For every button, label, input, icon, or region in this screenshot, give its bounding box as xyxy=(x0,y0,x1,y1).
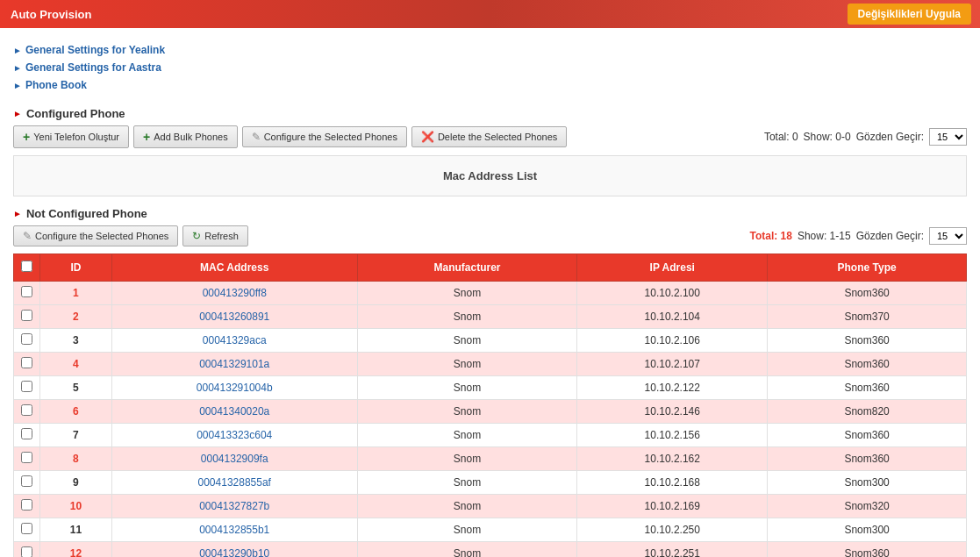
mac-link[interactable]: 00041329aca xyxy=(203,334,267,346)
mac-link[interactable]: 00041327827b xyxy=(199,500,269,512)
row-manufacturer: Snom xyxy=(357,282,577,305)
nav-link-yealink[interactable]: ► General Settings for Yealink xyxy=(13,44,967,56)
not-configured-phone-section-header[interactable]: ► Not Configured Phone xyxy=(13,207,967,220)
row-manufacturer: Snom xyxy=(357,495,577,518)
row-checkbox[interactable] xyxy=(21,428,32,439)
row-checkbox-cell xyxy=(14,495,40,518)
new-phone-button[interactable]: + Yeni Telefon Oluştur xyxy=(13,125,129,148)
chevron-right-icon: ► xyxy=(13,81,22,90)
row-id: 1 xyxy=(40,282,112,305)
save-changes-button[interactable]: Değişiklikleri Uygula xyxy=(848,4,971,25)
mac-link[interactable]: 000413260891 xyxy=(199,311,269,323)
row-ip: 10.10.2.100 xyxy=(577,282,768,305)
mac-link[interactable]: 000413323c604 xyxy=(197,429,272,441)
row-mac: 00041329aca xyxy=(111,329,357,353)
row-phone-type: Snom320 xyxy=(768,495,967,518)
row-mac: 00041329101a xyxy=(111,353,357,376)
row-id: 5 xyxy=(40,376,112,400)
table-header: ID MAC Address Manufacturer IP Adresi Ph… xyxy=(14,254,967,282)
table-row: 10 00041327827b Snom 10.10.2.169 Snom320 xyxy=(14,495,967,518)
mac-link[interactable]: 00041340020a xyxy=(199,405,269,418)
app-header: Auto Provision Değişiklikleri Uygula xyxy=(0,0,980,28)
not-configured-phone-toolbar: ✎ Configure the Selected Phones ↻ Refres… xyxy=(13,225,967,246)
mac-address-list-box: Mac Address List xyxy=(13,155,967,196)
row-mac: 00041327827b xyxy=(111,495,357,518)
not-configured-phones-table: ID MAC Address Manufacturer IP Adresi Ph… xyxy=(13,254,967,557)
row-checkbox[interactable] xyxy=(21,452,32,463)
select-all-checkbox[interactable] xyxy=(21,261,32,272)
manufacturer-column-header: Manufacturer xyxy=(357,254,577,282)
row-ip: 10.10.2.162 xyxy=(577,447,768,471)
row-manufacturer: Snom xyxy=(357,471,577,495)
table-row: 3 00041329aca Snom 10.10.2.106 Snom360 xyxy=(14,329,967,353)
refresh-button[interactable]: ↻ Refresh xyxy=(182,225,248,246)
mac-link[interactable]: 00041328855af xyxy=(198,476,271,489)
configure-selected-phones-button-2[interactable]: ✎ Configure the Selected Phones xyxy=(13,225,178,246)
row-mac: 000413290b10 xyxy=(111,542,357,558)
table-row: 2 000413260891 Snom 10.10.2.104 Snom370 xyxy=(14,305,967,329)
row-ip: 10.10.2.106 xyxy=(577,329,768,353)
nav-link-aastra[interactable]: ► General Settings for Aastra xyxy=(13,61,967,74)
row-phone-type: Snom360 xyxy=(768,447,967,471)
mac-link[interactable]: 000413291004b xyxy=(197,382,273,394)
row-manufacturer: Snom xyxy=(357,518,577,542)
app-title: Auto Provision xyxy=(11,8,91,21)
row-id: 4 xyxy=(40,353,112,376)
add-bulk-phones-button[interactable]: + Add Bulk Phones xyxy=(133,125,238,148)
plus-icon: + xyxy=(143,130,150,144)
row-ip: 10.10.2.169 xyxy=(577,495,768,518)
mac-link[interactable]: 000413290b10 xyxy=(199,547,269,557)
not-configured-per-page-select[interactable]: 15 25 50 xyxy=(929,227,967,245)
row-id: 7 xyxy=(40,424,112,447)
row-mac: 00041340020a xyxy=(111,400,357,424)
mac-link[interactable]: 0004132855b1 xyxy=(199,524,269,536)
pencil-icon: ✎ xyxy=(252,131,261,143)
table-body: 1 000413290ff8 Snom 10.10.2.100 Snom360 … xyxy=(14,282,967,558)
configured-show-label: Show: 0-0 xyxy=(804,131,851,143)
mac-link[interactable]: 000413290ff8 xyxy=(203,287,267,299)
row-checkbox[interactable] xyxy=(21,286,32,297)
row-manufacturer: Snom xyxy=(357,400,577,424)
not-configured-total-label: Total: 18 xyxy=(749,230,791,242)
select-all-column xyxy=(14,254,40,282)
row-checkbox[interactable] xyxy=(21,475,32,487)
row-checkbox[interactable] xyxy=(21,310,32,321)
table-row: 11 0004132855b1 Snom 10.10.2.250 Snom300 xyxy=(14,518,967,542)
configure-selected-phones-button[interactable]: ✎ Configure the Selected Phones xyxy=(242,126,407,147)
row-checkbox[interactable] xyxy=(21,523,32,534)
row-checkbox[interactable] xyxy=(21,333,32,345)
row-checkbox[interactable] xyxy=(21,357,32,368)
row-manufacturer: Snom xyxy=(357,376,577,400)
row-mac: 000413290ff8 xyxy=(111,282,357,305)
row-ip: 10.10.2.122 xyxy=(577,376,768,400)
row-checkbox[interactable] xyxy=(21,404,32,416)
nav-link-phone-book[interactable]: ► Phone Book xyxy=(13,79,967,91)
row-id: 11 xyxy=(40,518,112,542)
row-ip: 10.10.2.251 xyxy=(577,542,768,558)
row-checkbox[interactable] xyxy=(21,546,32,557)
plus-icon: + xyxy=(23,130,30,144)
row-id: 12 xyxy=(40,542,112,558)
row-manufacturer: Snom xyxy=(357,424,577,447)
row-checkbox-cell xyxy=(14,400,40,424)
row-manufacturer: Snom xyxy=(357,305,577,329)
configured-total-label: Total: 0 xyxy=(764,131,798,143)
row-manufacturer: Snom xyxy=(357,329,577,353)
row-ip: 10.10.2.107 xyxy=(577,353,768,376)
configured-phone-section-header[interactable]: ► Configured Phone xyxy=(13,107,967,120)
row-checkbox[interactable] xyxy=(21,499,32,511)
table-row: 9 00041328855af Snom 10.10.2.168 Snom300 xyxy=(14,471,967,495)
row-checkbox[interactable] xyxy=(21,381,32,392)
nav-links: ► General Settings for Yealink ► General… xyxy=(13,37,967,100)
row-mac: 0004132855b1 xyxy=(111,518,357,542)
mac-link[interactable]: 00041329101a xyxy=(199,358,269,370)
row-checkbox-cell xyxy=(14,376,40,400)
mac-link[interactable]: 0004132909fa xyxy=(201,453,268,465)
delete-selected-phones-button[interactable]: ❌ Delete the Selected Phones xyxy=(411,126,567,147)
configured-gozden-label: Gözden Geçir: xyxy=(856,131,924,143)
row-id: 6 xyxy=(40,400,112,424)
pencil-icon: ✎ xyxy=(23,230,32,242)
table-row: 1 000413290ff8 Snom 10.10.2.100 Snom360 xyxy=(14,282,967,305)
configured-per-page-select[interactable]: 15 25 50 xyxy=(929,128,967,146)
main-content: ► General Settings for Yealink ► General… xyxy=(0,28,980,557)
